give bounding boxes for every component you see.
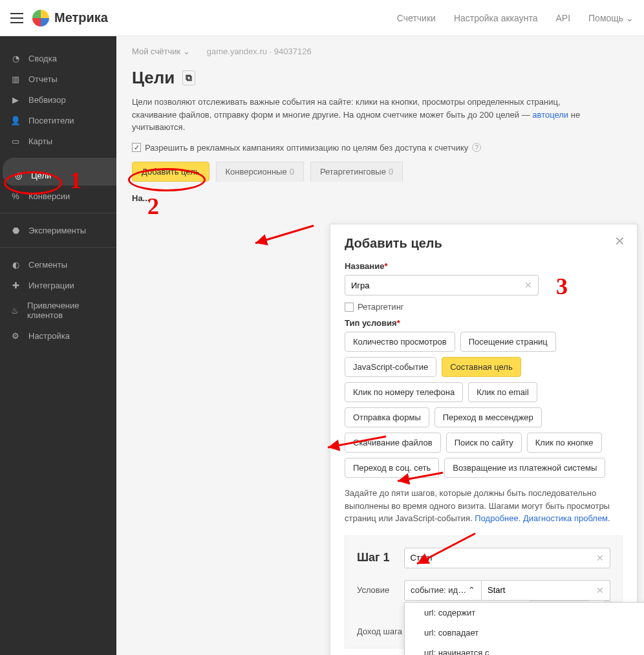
logo-icon [32,10,49,27]
autogoals-link[interactable]: автоцели [532,110,568,120]
pie-icon: ◐ [10,259,21,270]
breadcrumb: Мой счётчик ⌄ game.yandex.ru · 94037126 [116,36,644,63]
close-icon[interactable]: ✕ [614,233,625,249]
type-label: Тип условия* [345,318,623,328]
condition-dropdown-menu: url: содержит url: совпадает url: начина… [404,602,644,656]
modal-title: Добавить цель [345,236,623,251]
nav-help[interactable]: Помощь ⌄ [588,13,634,23]
type-views[interactable]: Количество просмотров [345,332,455,352]
condition-value-input[interactable] [488,585,596,595]
dd-url-contains[interactable]: url: содержит [405,603,644,623]
help-icon[interactable]: ? [472,143,481,152]
sidebar-segments[interactable]: ◐Сегменты [0,247,116,275]
nav-api[interactable]: API [555,13,570,23]
book-icon[interactable]: ⧉ [182,70,195,85]
ad-optimization-checkbox-row[interactable]: ✓ Разрешить в рекламных кампаниях оптими… [116,140,644,162]
logo-text: Метрика [54,10,108,25]
condition-value-wrapper: ✕ [482,580,610,601]
condition-type-dropdown[interactable]: событие: ид… ⌃ [404,580,482,601]
sidebar-maps[interactable]: ▭Карты [0,131,116,151]
puzzle-icon: ✚ [10,280,21,290]
type-search[interactable]: Поиск по сайту [446,433,522,453]
more-link[interactable]: Подробнее [475,513,518,523]
flask-icon: ⬣ [10,225,21,235]
step-name-input-wrapper: ✕ [404,548,610,568]
burger-icon[interactable] [10,13,23,23]
top-nav: Счетчики Настройка аккаунта API Помощь ⌄ [397,13,634,23]
bars-icon: ▥ [10,74,21,84]
main: Мой счётчик ⌄ game.yandex.ru · 94037126 … [116,36,644,655]
help-text: Задайте до пяти шагов, которые должны бы… [345,487,623,525]
tab-conversions[interactable]: Конверсионные0 [216,162,304,182]
add-goal-modal: ✕ Добавить цель Название* ✕ Ретаргетинг … [330,224,638,655]
target-icon: ◎ [13,170,23,180]
type-payment[interactable]: Возвращение из платежной системы [444,458,605,478]
checkbox-icon[interactable]: ✓ [132,143,141,152]
tab-retargeting[interactable]: Ретаргетинговые0 [310,162,403,182]
sidebar-webvisor[interactable]: ▶Вебвизор [0,89,116,110]
type-download[interactable]: Скачивание файлов [345,433,441,453]
sidebar-settings[interactable]: ⚙Настройка [0,325,116,346]
type-pages[interactable]: Посещение страниц [460,332,556,352]
name-label: Название* [345,261,623,271]
play-icon: ▶ [10,94,21,105]
name-input-wrapper: ✕ [345,275,539,295]
add-goal-button[interactable]: Добавить цель [132,162,209,182]
type-composite[interactable]: Составная цель [442,357,521,377]
sidebar-experiments[interactable]: ⬣Эксперименты [0,213,116,241]
sidebar-visitors[interactable]: 👤Посетители [0,110,116,131]
sidebar-conversions[interactable]: %Конверсии [0,186,116,206]
tabs: Добавить цель Конверсионные0 Ретаргетинг… [116,162,644,182]
type-messenger[interactable]: Переход в мессенджер [435,407,542,427]
diagnostics-link[interactable]: Диагностика проблем [523,513,608,523]
clear-icon[interactable]: ✕ [596,585,604,596]
table-header-name: На... [116,182,644,203]
step-1: Шаг 1 ✕ Условие событие: ид… ⌃ [345,535,623,649]
nav-account[interactable]: Настройка аккаунта [454,13,538,23]
chevron-down-icon: ⌄ [183,47,190,56]
sidebar: ◔Сводка ▥Отчеты ▶Вебвизор 👤Посетители ▭К… [0,36,116,655]
map-icon: ▭ [10,136,21,146]
counter-domain: game.yandex.ru · 94037126 [207,47,312,56]
page-title: Цели ⧉ [116,63,644,96]
header: Метрика Счетчики Настройка аккаунта API … [0,0,644,36]
sidebar-integrations[interactable]: ✚Интеграции [0,275,116,295]
chevron-up-icon: ⌃ [468,585,475,595]
type-email[interactable]: Клик по email [468,382,537,402]
clear-icon[interactable]: ✕ [524,280,532,290]
sidebar-reports[interactable]: ▥Отчеты [0,69,116,89]
dd-url-starts[interactable]: url: начинается с [405,643,644,656]
step-title: Шаг 1 [357,551,390,564]
counter-selector[interactable]: Мой счётчик ⌄ [132,47,190,56]
gear-icon: ⚙ [10,330,21,341]
checkbox-icon[interactable] [345,303,354,312]
nav-counters[interactable]: Счетчики [397,13,436,23]
clear-icon[interactable]: ✕ [596,553,604,563]
sidebar-acquisition[interactable]: ♨Привлечение клиентов [0,295,116,325]
sidebar-goals[interactable]: ◎Цели [3,158,116,186]
chevron-down-icon: ⌄ [626,13,634,23]
person-icon: 👤 [10,115,21,125]
type-social[interactable]: Переход в соц. сеть [345,458,439,478]
fire-icon: ♨ [10,305,19,316]
sidebar-summary[interactable]: ◔Сводка [0,48,116,69]
type-js[interactable]: JavaScript-событие [345,357,436,377]
percent-icon: % [10,191,21,201]
name-input[interactable] [351,281,524,290]
type-button[interactable]: Клик по кнопке [527,433,602,453]
retargeting-checkbox[interactable]: Ретаргетинг [345,302,623,312]
type-phone[interactable]: Клик по номеру телефона [345,382,463,402]
condition-types: Количество просмотров Посещение страниц … [345,332,623,478]
type-form[interactable]: Отправка формы [345,407,429,427]
logo[interactable]: Метрика [32,10,108,27]
dd-url-matches[interactable]: url: совпадает [405,623,644,643]
page-description: Цели позволяют отслеживать важные событи… [116,96,621,140]
step-name-input[interactable] [411,553,596,563]
gauge-icon: ◔ [10,53,21,63]
condition-label: Условие [357,580,390,595]
